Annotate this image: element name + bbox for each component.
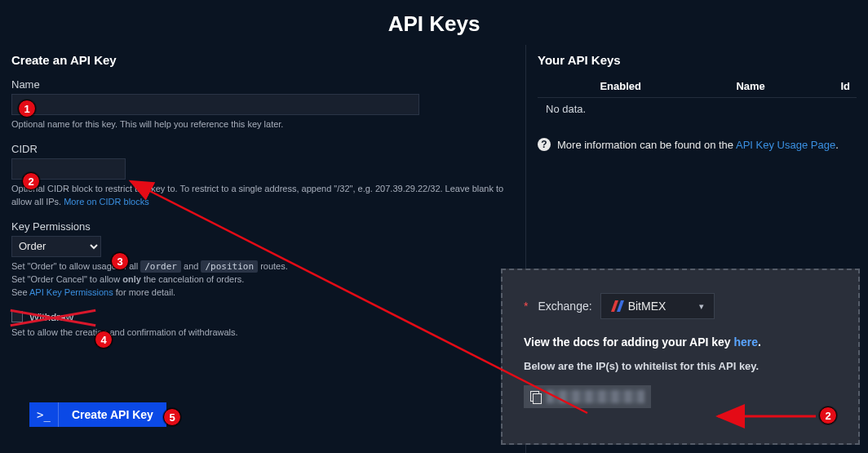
bitmex-logo-icon — [611, 300, 624, 312]
route-position: /position — [201, 260, 258, 273]
whitelist-overlay: * Exchange: BitMEX ▾ View the docs for a… — [501, 269, 860, 445]
chevron-down-icon: ▾ — [699, 301, 704, 312]
keys-table-header: Enabled Name Id — [538, 75, 857, 98]
svg-marker-1 — [617, 300, 624, 312]
badge-2-overlay: 2 — [819, 406, 837, 424]
withdraw-field: Withdraw Set to allow the creation and c… — [11, 311, 514, 340]
exchange-select[interactable]: BitMEX ▾ — [600, 293, 715, 319]
copy-ip-button[interactable] — [524, 385, 651, 408]
info-row: ? More information can be found on the A… — [538, 138, 857, 151]
exchange-label: Exchange: — [538, 300, 591, 313]
badge-5: 5 — [163, 408, 181, 426]
api-usage-link[interactable]: API Key Usage Page — [736, 139, 835, 151]
route-order: /order — [140, 260, 181, 273]
badge-2: 2 — [22, 172, 40, 190]
required-star: * — [524, 300, 528, 313]
info-icon: ? — [538, 138, 551, 151]
withdraw-checkbox[interactable] — [11, 311, 23, 322]
col-name: Name — [698, 80, 804, 92]
name-input[interactable] — [11, 94, 419, 115]
permissions-field: Key Permissions Order Set "Order" to all… — [11, 220, 514, 300]
cidr-field: CIDR Optional CIDR block to restrict thi… — [11, 143, 514, 209]
name-field: Name Optional name for this key. This wi… — [11, 78, 514, 131]
permissions-link[interactable]: API Key Permissions — [29, 287, 113, 297]
no-data-row: No data. — [538, 98, 857, 120]
ip-blurred — [547, 390, 644, 403]
permissions-helper: Set "Order" to allow usage of all /order… — [11, 260, 514, 300]
badge-4: 4 — [95, 331, 113, 349]
withdraw-helper: Set to allow the creation and confirmati… — [11, 326, 514, 340]
create-button-row: >_ Create API Key — [29, 402, 166, 427]
permissions-select[interactable]: Order — [11, 236, 101, 257]
exchange-value: BitMEX — [628, 300, 666, 313]
badge-1: 1 — [18, 100, 36, 118]
permissions-label: Key Permissions — [11, 220, 514, 233]
create-api-key-button[interactable]: Create API Key — [59, 402, 166, 427]
badge-3: 3 — [111, 252, 129, 270]
withdraw-label: Withdraw — [29, 311, 73, 323]
terminal-icon: >_ — [29, 402, 59, 427]
cidr-more-link[interactable]: More on CIDR blocks — [64, 197, 149, 207]
ip-row — [524, 385, 837, 408]
cidr-helper: Optional CIDR block to restrict this key… — [11, 183, 514, 209]
cidr-label: CIDR — [11, 143, 514, 155]
ips-line: Below are the IP(s) to whitelist for thi… — [524, 360, 837, 372]
page-title: API Keys — [0, 11, 868, 37]
docs-line: View the docs for adding your API key he… — [524, 335, 837, 349]
col-enabled: Enabled — [544, 80, 698, 92]
your-keys-title: Your API Keys — [538, 53, 857, 67]
svg-marker-0 — [611, 300, 618, 312]
docs-here-link[interactable]: here — [734, 335, 759, 349]
create-title: Create an API Key — [11, 53, 514, 67]
name-helper: Optional name for this key. This will he… — [11, 118, 514, 131]
name-label: Name — [11, 78, 514, 91]
copy-icon — [530, 391, 542, 402]
col-id: Id — [804, 80, 850, 92]
create-api-key-panel: Create an API Key Name Optional name for… — [0, 45, 526, 453]
